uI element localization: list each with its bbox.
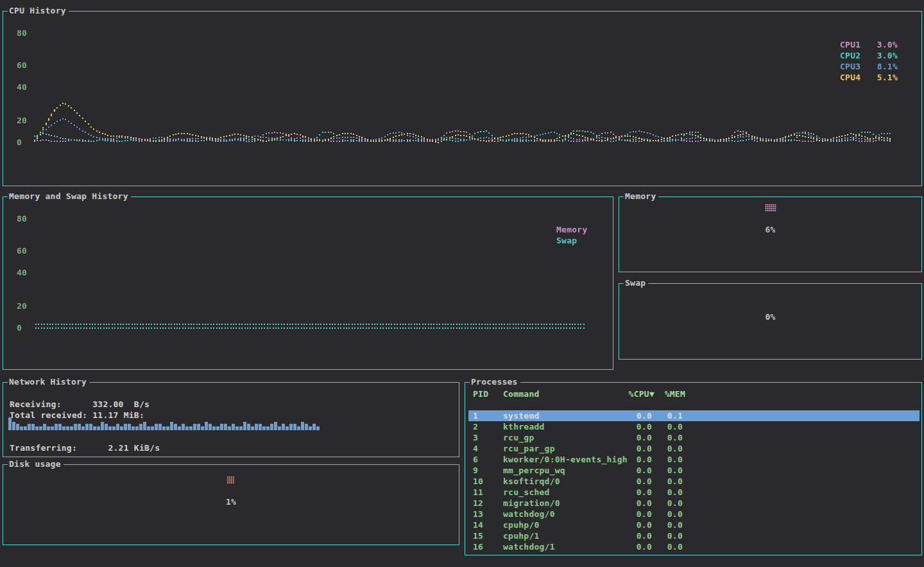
process-mem-percent: 0.1 — [652, 410, 683, 421]
process-row[interactable]: 6kworker/0:0H-events_high0.00.0 — [468, 454, 920, 465]
header-command: Command — [503, 388, 622, 399]
cpu-legend-entry: CPU38.1% — [840, 61, 898, 72]
memory-gauge-percent: 6% — [619, 225, 921, 234]
process-row[interactable]: 10ksoftirqd/00.00.0 — [468, 476, 920, 487]
memory-swap-legend: MemorySwap — [556, 224, 614, 246]
process-mem-percent: 0.0 — [652, 519, 683, 530]
process-pid: 2 — [468, 421, 503, 432]
y-axis-tick: 60 — [17, 60, 27, 70]
y-axis-tick: 20 — [17, 301, 27, 311]
swap-gauge-percent: 0% — [619, 313, 921, 322]
y-axis-tick: 0 — [17, 323, 22, 333]
y-axis-tick: 0 — [17, 137, 22, 147]
process-mem-percent: 0.0 — [652, 421, 683, 432]
y-axis-tick: 80 — [17, 28, 27, 38]
process-pid: 9 — [468, 465, 503, 476]
network-history-title: Network History — [8, 377, 89, 387]
process-table-rows: 1systemd0.00.12kthreadd0.00.03rcu_gp0.00… — [468, 410, 920, 552]
process-cpu-percent: 0.0 — [622, 487, 652, 498]
process-pid: 4 — [468, 443, 503, 454]
process-mem-percent: 0.0 — [652, 498, 683, 509]
process-mem-percent: 0.0 — [652, 541, 683, 552]
process-row[interactable]: 13watchdog/00.00.0 — [468, 509, 920, 519]
cpu-legend-label: CPU4 — [840, 72, 860, 83]
process-pid: 1 — [468, 410, 503, 421]
process-pid: 15 — [468, 530, 503, 541]
process-command: watchdog/0 — [503, 509, 622, 519]
process-command: rcu_gp — [503, 432, 622, 443]
y-axis-tick: 40 — [17, 82, 27, 92]
panel-processes: Processes PIDCommand%CPU▼%MEM 1systemd0.… — [465, 382, 922, 555]
process-row[interactable]: 14cpuhp/00.00.0 — [468, 519, 920, 530]
process-cpu-percent: 0.0 — [622, 509, 652, 519]
cpu-legend-value: 3.0% — [877, 50, 898, 61]
process-mem-percent: 0.0 — [652, 530, 683, 541]
y-axis-tick: 20 — [17, 116, 27, 125]
process-cpu-percent: 0.0 — [622, 443, 652, 454]
process-cpu-percent: 0.0 — [622, 476, 652, 487]
y-axis-tick: 40 — [17, 268, 27, 277]
process-command: systemd — [503, 410, 622, 421]
process-row[interactable]: 4rcu_par_gp0.00.0 — [468, 443, 920, 454]
process-mem-percent: 0.0 — [652, 476, 683, 487]
process-mem-percent: 0.0 — [652, 509, 683, 519]
cpu-legend: CPU13.0%CPU23.0%CPU38.1%CPU45.1% — [840, 39, 898, 83]
process-row[interactable]: 3rcu_gp0.00.0 — [468, 432, 920, 443]
memory-swap-legend-entry: Memory — [556, 224, 614, 235]
process-pid: 16 — [468, 541, 503, 552]
header-cpu-sort: %CPU▼ — [622, 388, 654, 399]
cpu-history-chart — [3, 12, 921, 186]
process-command: cpuhp/0 — [503, 519, 622, 530]
memory-gauge-title: Memory — [624, 191, 658, 202]
cpu-legend-value: 8.1% — [877, 61, 898, 72]
process-row[interactable]: 16watchdog/10.00.0 — [468, 541, 920, 552]
header-pid: PID — [468, 388, 503, 399]
process-cpu-percent: 0.0 — [622, 530, 652, 541]
panel-memory-swap-history: Memory and Swap History 806040200 Memory… — [3, 196, 613, 370]
panel-cpu-history: CPU History 806040200 CPU13.0%CPU23.0%CP… — [3, 11, 922, 186]
process-command: mm_percpu_wq — [503, 465, 622, 476]
y-axis-tick: 80 — [17, 214, 27, 223]
disk-usage-title: Disk usage — [8, 459, 64, 469]
cpu-legend-value: 5.1% — [877, 72, 898, 83]
process-row[interactable]: 11rcu_sched0.00.0 — [468, 487, 920, 498]
process-pid: 3 — [468, 432, 503, 443]
memory-swap-legend-label: Memory — [556, 224, 587, 235]
header-mem: %MEM — [654, 388, 685, 399]
system-monitor-screen: CPU History 806040200 CPU13.0%CPU23.0%CP… — [0, 0, 924, 567]
process-command: cpuhp/1 — [503, 530, 622, 541]
cpu-legend-value: 3.0% — [877, 39, 898, 50]
process-row[interactable]: 1systemd0.00.1 — [468, 410, 920, 421]
process-command: rcu_par_gp — [503, 443, 622, 454]
process-pid: 14 — [468, 519, 503, 530]
cpu-legend-label: CPU2 — [840, 50, 860, 61]
process-command: migration/0 — [503, 498, 622, 509]
memory-swap-legend-label: Swap — [556, 235, 577, 246]
panel-swap-gauge: Swap 0% — [619, 283, 922, 360]
process-row[interactable]: 15cpuhp/10.00.0 — [468, 530, 920, 541]
process-pid: 12 — [468, 498, 503, 509]
process-mem-percent: 0.0 — [652, 465, 683, 476]
panel-disk-usage: Disk usage 1% — [3, 464, 459, 545]
process-pid: 6 — [468, 454, 503, 465]
process-row[interactable]: 12migration/00.00.0 — [468, 498, 920, 509]
memory-gauge-fill — [765, 204, 776, 212]
cpu-legend-entry: CPU13.0% — [840, 39, 898, 50]
y-axis-tick: 60 — [17, 246, 27, 256]
process-cpu-percent: 0.0 — [622, 519, 652, 530]
process-command: watchdog/1 — [503, 541, 622, 552]
cpu-legend-label: CPU1 — [840, 39, 860, 50]
process-cpu-percent: 0.0 — [622, 498, 652, 509]
process-command: kworker/0:0H-events_high — [503, 454, 622, 465]
process-cpu-percent: 0.0 — [622, 465, 652, 476]
process-row[interactable]: 2kthreadd0.00.0 — [468, 421, 920, 432]
process-row[interactable]: 9mm_percpu_wq0.00.0 — [468, 465, 920, 476]
disk-gauge-fill — [227, 476, 235, 484]
panel-network-history: Network History Receiving: 332.00 B/s To… — [3, 382, 459, 457]
process-pid: 10 — [468, 476, 503, 487]
process-mem-percent: 0.0 — [652, 432, 683, 443]
process-cpu-percent: 0.0 — [622, 454, 652, 465]
process-pid: 11 — [468, 487, 503, 498]
process-mem-percent: 0.0 — [652, 443, 683, 454]
cpu-legend-label: CPU3 — [840, 61, 860, 72]
